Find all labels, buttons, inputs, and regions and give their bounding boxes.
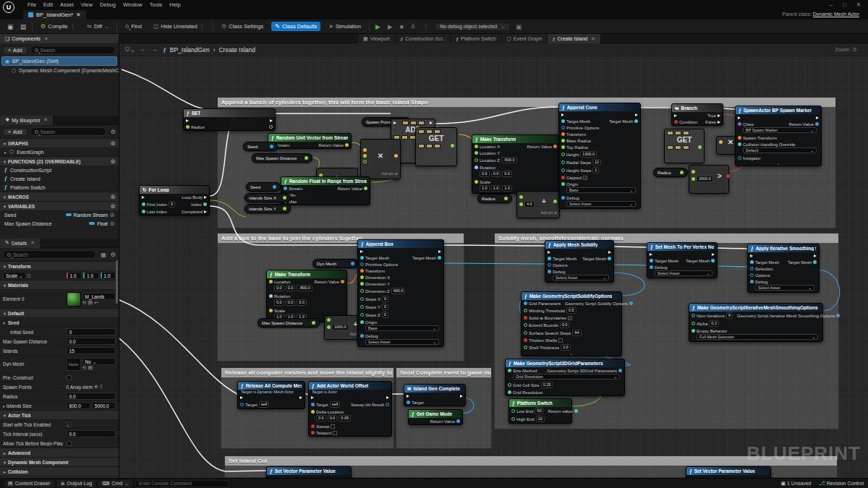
pin-icon[interactable] (345, 143, 349, 147)
visibility-icon[interactable]: ◎ (111, 158, 115, 164)
pin-icon[interactable] (692, 170, 695, 174)
array-op-node[interactable]: GET (415, 127, 457, 166)
my-blueprint-section[interactable]: ▾GRAPHS◎ (0, 138, 119, 147)
input-pin[interactable]: Debug (360, 334, 378, 338)
pin-icon[interactable] (524, 338, 527, 342)
graph-node[interactable]: ƒSet Vector Parameter Value (266, 466, 352, 478)
input-pin[interactable]: Targetself (311, 401, 340, 408)
visibility-icon[interactable]: ◎ (111, 194, 115, 200)
pin-icon[interactable] (283, 196, 286, 200)
graph-node[interactable]: ƒMake GeometryScriptSolidifyOptionsGrid … (521, 291, 622, 356)
components-search-input[interactable] (41, 48, 111, 53)
pin-icon[interactable] (650, 259, 653, 262)
input-pin[interactable]: Num Iterations6 (692, 312, 733, 319)
wildcard-pin[interactable] (426, 144, 433, 148)
vector-field[interactable]: 1.0 (480, 185, 490, 192)
tab-construction-script[interactable]: ƒConstruction Scr.. (396, 34, 451, 43)
wildcard-pin[interactable] (418, 144, 425, 148)
browse-asset-icon[interactable]: ▤ (19, 23, 27, 30)
pin-icon[interactable] (561, 132, 565, 136)
node-header[interactable]: ƒSet Vector Parameter Value (686, 467, 770, 475)
input-pin[interactable] (240, 396, 243, 399)
caret-icon[interactable]: ▾ (4, 460, 6, 465)
axis-value[interactable]: 1.0 (67, 272, 82, 279)
wildcard-pin[interactable] (410, 121, 417, 125)
blueprint-graph[interactable]: Append a bunch of cylinders together, th… (119, 43, 868, 478)
exec-out-pin[interactable] (712, 253, 715, 256)
content-drawer-button[interactable]: ▤Content Drawer (4, 480, 54, 487)
pin-icon[interactable] (692, 177, 695, 181)
input-pin[interactable]: Target Mesh (548, 257, 576, 261)
pin-icon[interactable] (360, 275, 364, 279)
input-pin[interactable] (650, 253, 652, 256)
pin-icon[interactable] (561, 119, 565, 123)
exec-in-pin[interactable] (674, 114, 677, 117)
variable-get-node[interactable]: Seed (246, 182, 281, 192)
pin-icon[interactable] (360, 256, 364, 260)
input-pin[interactable]: Origin (360, 320, 377, 325)
input-pin[interactable]: Rotation (269, 294, 290, 299)
pin-icon[interactable] (475, 180, 478, 184)
input-pin[interactable]: Grid Cell Size0.25 (508, 382, 553, 388)
details-row[interactable]: Pre- Construct (0, 372, 119, 382)
pin-icon[interactable] (519, 195, 523, 199)
details-row[interactable]: Start with Tick Enabled✓ (0, 419, 119, 429)
details-row[interactable]: Islands15 (0, 346, 119, 355)
exec-in-pin[interactable] (738, 116, 741, 119)
play-button[interactable]: ▶ (374, 23, 382, 30)
close-icon[interactable]: ✕ (44, 36, 48, 42)
pin-icon[interactable] (519, 202, 523, 206)
input-pin[interactable] (311, 396, 314, 399)
input-pin[interactable]: Steps Z0 (360, 312, 388, 318)
pin-field[interactable]: self (330, 401, 341, 408)
hide-unrelated-button[interactable]: ◫Hide Unrelated⋮ (150, 22, 208, 31)
output-pin[interactable]: Target Mesh (582, 257, 611, 261)
pin-icon[interactable] (750, 267, 754, 270)
node-header[interactable]: ✉Island Gen Complete (404, 385, 465, 393)
pin-icon[interactable] (327, 325, 331, 329)
pin-icon[interactable] (738, 156, 741, 160)
comment-header[interactable]: Release all computer meshes and move the… (221, 368, 393, 377)
exec-out-pin[interactable] (718, 114, 720, 117)
exec-in-pin[interactable] (407, 395, 409, 398)
output-pin[interactable] (460, 395, 463, 398)
variable-row[interactable]: SeedRandom Stream◎ (0, 210, 119, 219)
node-header[interactable]: ƒGet Game Mode (409, 410, 462, 418)
exec-out-pin[interactable] (270, 119, 273, 122)
pin-icon[interactable] (360, 320, 364, 324)
details-row[interactable]: Radius0.0 (0, 391, 119, 401)
input-pin[interactable]: Primitive Options (360, 262, 398, 267)
output-pin[interactable] (814, 254, 817, 257)
pin-field[interactable]: 12 (592, 159, 601, 166)
input-pin[interactable]: High End10 (511, 416, 545, 422)
exec-in-pin[interactable] (393, 121, 396, 124)
sidebar-item-eventgraph[interactable]: ▸⬡EventGraph (0, 147, 119, 156)
eject-button[interactable]: ≜ (409, 23, 417, 30)
comment-header[interactable]: Send Complete event to game mode (396, 368, 491, 377)
pin-icon[interactable] (284, 187, 287, 190)
graph-node[interactable]: ƒMake GeometryScript3DGridParametersSize… (505, 359, 625, 396)
node-header[interactable]: ƒMake Transform (472, 135, 559, 143)
maximize-button[interactable]: □ (843, 1, 846, 8)
stop-button[interactable]: ■ (398, 23, 404, 30)
visibility-icon[interactable]: ◎ (111, 203, 115, 209)
pin-icon[interactable] (269, 280, 273, 283)
pin-icon[interactable] (524, 323, 527, 327)
pin-icon[interactable] (738, 122, 741, 126)
pin-field[interactable]: 0.5 (566, 307, 576, 314)
pin-icon[interactable] (561, 153, 565, 156)
details-tab[interactable]: ✎ Details✕ (0, 239, 41, 248)
pin-icon[interactable] (364, 187, 367, 190)
input-pin[interactable]: Dimension Y (360, 282, 390, 286)
unsaved-indicator[interactable]: ▣ 1 Unsaved (780, 481, 811, 487)
input-pin[interactable] (561, 114, 564, 116)
graph-node[interactable]: ƒPlatform SwitchLow End50Return valueHig… (509, 398, 572, 424)
pin-checkbox[interactable] (333, 431, 337, 435)
pin-icon[interactable] (692, 329, 695, 333)
input-pin[interactable]: First Index0 (142, 201, 175, 207)
node-header[interactable]: ƒMake GeometryScriptSolidifyOptions (522, 292, 621, 300)
material-name[interactable]: M_Lands (82, 293, 116, 300)
pin-icon[interactable] (548, 263, 551, 267)
input-pin[interactable]: Grid Parameters (524, 301, 561, 306)
pin-select[interactable]: Grid Resolution⌄ (513, 374, 620, 380)
